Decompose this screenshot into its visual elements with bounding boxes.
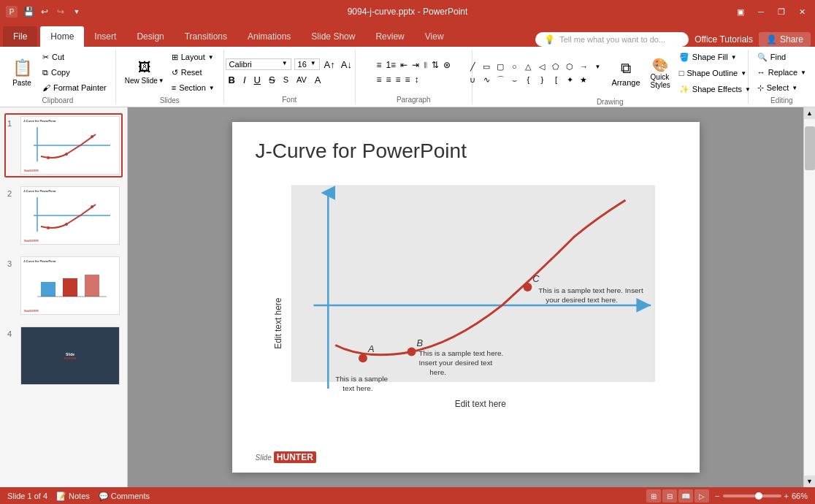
notes-button[interactable]: 📝 Notes <box>56 492 90 501</box>
minimize-button[interactable]: ─ <box>754 4 768 19</box>
italic-button[interactable]: I <box>240 73 249 87</box>
redo-icon[interactable]: ↪ <box>54 5 67 18</box>
comments-button[interactable]: 💬 Comments <box>99 492 150 501</box>
rtriangle-shape[interactable]: ◁ <box>535 61 548 72</box>
text-direction-button[interactable]: ⇅ <box>430 58 440 72</box>
rect-shape[interactable]: ▭ <box>480 61 493 72</box>
shape-effects-button[interactable]: ✨ Shape Effects ▼ <box>676 82 754 96</box>
scroll-down-button[interactable]: ▼ <box>804 476 816 487</box>
increase-indent-button[interactable]: ⇥ <box>410 58 421 72</box>
font-label: Font <box>282 96 296 104</box>
circle-shape[interactable]: ○ <box>508 61 521 72</box>
select-button[interactable]: ⊹ Select ▼ <box>754 80 809 95</box>
font-name-selector[interactable]: Calibri ▼ <box>226 58 291 70</box>
reset-button[interactable]: ↺ Reset <box>169 65 218 80</box>
more-shapes-btn[interactable]: ▼ <box>591 61 604 72</box>
customize-icon[interactable]: ▼ <box>70 5 83 18</box>
font-color-button[interactable]: A <box>312 73 324 87</box>
tab-review[interactable]: Review <box>365 26 414 47</box>
decrease-font-button[interactable]: A↓ <box>340 58 353 72</box>
line-spacing-button[interactable]: ↕ <box>413 73 420 86</box>
justify-button[interactable]: ≡ <box>403 73 411 86</box>
numbering-button[interactable]: 1≡ <box>384 58 397 72</box>
svg-text:B: B <box>416 338 423 349</box>
quick-styles-button[interactable]: 🎨 Quick Styles <box>648 56 673 91</box>
wave-shape[interactable]: ∿ <box>480 74 493 85</box>
columns-button[interactable]: ⫴ <box>422 58 429 72</box>
character-spacing-button[interactable]: AV <box>294 74 310 85</box>
zoom-in-button[interactable]: + <box>784 492 789 500</box>
slide-sorter-button[interactable]: ⊟ <box>662 489 677 503</box>
underline-button[interactable]: U <box>251 73 264 87</box>
new-slide-button[interactable]: 🖼 New Slide ▼ <box>122 52 167 93</box>
normal-view-button[interactable]: ⊞ <box>646 489 661 503</box>
slide-canvas[interactable]: J-Curve for PowerPoint <box>232 122 700 473</box>
replace-button[interactable]: ↔ Replace ▼ <box>754 65 809 80</box>
strikethrough-button[interactable]: S <box>266 73 278 87</box>
save-icon[interactable]: 💾 <box>22 5 35 18</box>
bend-shape[interactable]: ⌒ <box>494 74 507 85</box>
office-tutorials-link[interactable]: Office Tutorials <box>695 34 753 45</box>
zoom-out-button[interactable]: − <box>715 492 719 500</box>
find-button[interactable]: 🔍 Find <box>754 50 809 64</box>
shape-outline-button[interactable]: □ Shape Outline ▼ <box>676 66 754 80</box>
zoom-slider[interactable] <box>723 495 781 497</box>
section-button[interactable]: ≡ Section ▼ <box>169 80 218 95</box>
shape-fill-button[interactable]: 🪣 Shape Fill ▼ <box>676 50 754 64</box>
star5-shape[interactable]: ★ <box>577 74 590 85</box>
cut-button[interactable]: ✂ Cut <box>39 50 110 64</box>
restore-button[interactable]: ❐ <box>774 4 789 19</box>
tab-view[interactable]: View <box>415 26 454 47</box>
reading-view-button[interactable]: 📖 <box>678 489 693 503</box>
tab-animations[interactable]: Animations <box>237 26 301 47</box>
share-button[interactable]: 👤 Share <box>759 32 811 47</box>
decrease-indent-button[interactable]: ⇤ <box>399 58 409 72</box>
convert-to-smartart-button[interactable]: ⊛ <box>442 58 452 72</box>
slide-thumb-1[interactable]: 1 J-Curve for PowerPoint SlideHUNTER <box>4 113 123 177</box>
scroll-thumb[interactable] <box>805 126 815 170</box>
tell-me-bar[interactable]: 💡 Tell me what you want to do... <box>535 32 689 47</box>
arc-shape[interactable]: ⌣ <box>508 74 521 85</box>
layout-button[interactable]: ⊞ Layout ▼ <box>169 50 218 64</box>
align-left-button[interactable]: ≡ <box>375 73 383 86</box>
font-size-selector[interactable]: 16 ▼ <box>294 58 320 70</box>
increase-font-button[interactable]: A↑ <box>323 58 337 72</box>
slide-thumb-3[interactable]: 3 J-Curve for PowerPoint SlideHUNTER <box>4 253 123 318</box>
scroll-up-button[interactable]: ▲ <box>804 107 816 119</box>
tab-insert[interactable]: Insert <box>84 26 126 47</box>
bold-button[interactable]: B <box>226 73 238 87</box>
pentagon-shape[interactable]: ⬠ <box>549 61 562 72</box>
clipboard-group-content: 📋 Paste ✂ Cut ⧉ Copy 🖌 Format Painter <box>6 50 110 95</box>
slide-thumb-4[interactable]: 4 Slide HUNTER <box>4 324 123 388</box>
triangle-shape[interactable]: △ <box>521 61 535 72</box>
bracket-shape[interactable]: [ <box>549 74 562 85</box>
bullets-button[interactable]: ≡ <box>375 58 383 72</box>
textshadow-button[interactable]: S <box>280 74 291 85</box>
curve-shape[interactable]: ∪ <box>466 74 479 85</box>
slide-thumb-2[interactable]: 2 J-Curve for PowerPoint SlideHUNTER <box>4 183 123 248</box>
paste-button[interactable]: 📋 Paste <box>6 52 38 93</box>
close-button[interactable]: ✕ <box>795 4 809 19</box>
arrange-button[interactable]: ⧉ Arrange <box>607 53 644 93</box>
align-right-button[interactable]: ≡ <box>394 73 402 86</box>
lbrace-shape[interactable]: { <box>521 74 535 85</box>
slide-title[interactable]: J-Curve for PowerPoint <box>256 140 676 163</box>
tab-file[interactable]: File <box>3 26 37 47</box>
tab-transitions[interactable]: Transitions <box>175 26 237 47</box>
tab-design[interactable]: Design <box>126 26 174 47</box>
presentation-view-button[interactable]: ▷ <box>695 489 709 503</box>
rounded-rect-shape[interactable]: ▢ <box>494 61 507 72</box>
undo-icon[interactable]: ↩ <box>38 5 51 18</box>
arrow-shape[interactable]: → <box>577 61 590 72</box>
tab-slideshow[interactable]: Slide Show <box>301 26 365 47</box>
align-center-button[interactable]: ≡ <box>384 73 392 86</box>
chart-container: A This is a sample text here. B This is … <box>256 170 676 419</box>
vertical-scrollbar[interactable]: ▲ ▼ <box>803 107 815 487</box>
format-painter-button[interactable]: 🖌 Format Painter <box>39 80 110 95</box>
copy-button[interactable]: ⧉ Copy <box>39 65 110 80</box>
rbrace-shape[interactable]: } <box>535 74 548 85</box>
tab-home[interactable]: Home <box>40 26 84 47</box>
line-shape[interactable]: ╱ <box>466 61 479 72</box>
star4-shape[interactable]: ✦ <box>563 74 576 85</box>
hexagon-shape[interactable]: ⬡ <box>563 61 576 72</box>
